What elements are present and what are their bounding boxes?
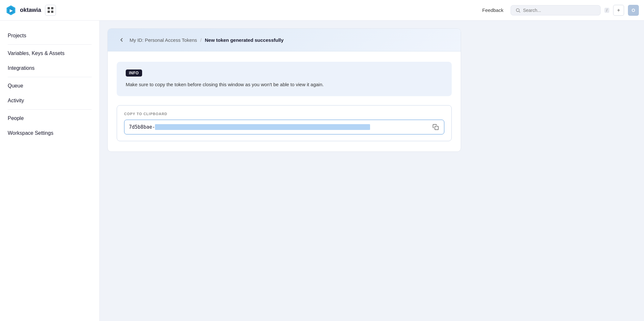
copy-icon [432,124,439,130]
logo-container: ▶ oktawia [5,5,41,16]
sidebar-item-integrations-label: Integrations [8,65,35,71]
copy-icon-button[interactable] [432,123,440,131]
svg-line-4 [519,11,520,13]
sidebar-item-activity[interactable]: Activity [0,93,99,108]
info-message: Make sure to copy the token before closi… [126,81,443,88]
main-content: My ID: Personal Access Tokens / New toke… [100,21,644,321]
grid-dots-icon [48,7,54,13]
sidebar-item-variables-label: Variables, Keys & Assets [8,50,65,56]
svg-text:▶: ▶ [10,8,13,12]
add-button[interactable]: + [613,5,624,16]
sidebar-item-projects-label: Projects [8,33,26,39]
slash-badge: / [604,8,609,13]
logo-icon: ▶ [5,5,17,16]
sidebar-item-queue[interactable]: Queue [0,78,99,93]
back-button[interactable] [117,35,126,45]
sidebar-item-people[interactable]: People [0,111,99,126]
sidebar-item-variables[interactable]: Variables, Keys & Assets [0,46,99,61]
token-input-row: 7d5b8bae- [124,120,444,134]
sidebar-item-activity-label: Activity [8,98,24,104]
sidebar-item-integrations[interactable]: Integrations [0,61,99,76]
token-prefix: 7d5b8bae- [129,124,155,130]
breadcrumb-current: New token generated successfully [205,37,284,43]
sidebar-item-projects[interactable]: Projects [0,28,99,43]
search-box [511,5,601,15]
main-layout: Projects Variables, Keys & Assets Integr… [0,21,644,321]
sidebar-divider-2 [8,77,92,77]
info-badge: INFO [126,69,142,77]
token-value: 7d5b8bae- [129,124,429,130]
search-input[interactable] [523,8,587,13]
topnav: ▶ oktawia Feedback / + O [0,0,644,21]
content-body: INFO Make sure to copy the token before … [108,51,461,151]
logo-text: oktawia [20,7,41,14]
breadcrumb-separator: / [200,37,202,43]
search-icon [515,8,521,13]
chevron-left-icon [119,37,124,43]
sidebar-item-workspace-settings-label: Workspace Settings [8,130,53,136]
feedback-button[interactable]: Feedback [479,5,507,15]
sidebar-item-queue-label: Queue [8,83,23,89]
sidebar: Projects Variables, Keys & Assets Integr… [0,21,100,321]
breadcrumb-parent[interactable]: My ID: Personal Access Tokens [130,37,197,43]
svg-rect-5 [435,126,439,130]
info-box: INFO Make sure to copy the token before … [117,62,452,96]
token-hidden-part [155,124,370,130]
token-area: COPY TO CLIPBOARD 7d5b8bae- [117,105,452,141]
sidebar-divider-3 [8,109,92,110]
sidebar-divider-1 [8,44,92,45]
copy-to-clipboard-label: COPY TO CLIPBOARD [124,112,444,116]
content-card: My ID: Personal Access Tokens / New toke… [107,28,461,152]
breadcrumb-bar: My ID: Personal Access Tokens / New toke… [108,29,461,51]
sidebar-item-people-label: People [8,115,24,121]
avatar-button[interactable]: O [628,5,639,16]
grid-icon-button[interactable] [45,5,56,16]
svg-point-3 [516,8,519,11]
sidebar-item-workspace-settings[interactable]: Workspace Settings [0,126,99,141]
